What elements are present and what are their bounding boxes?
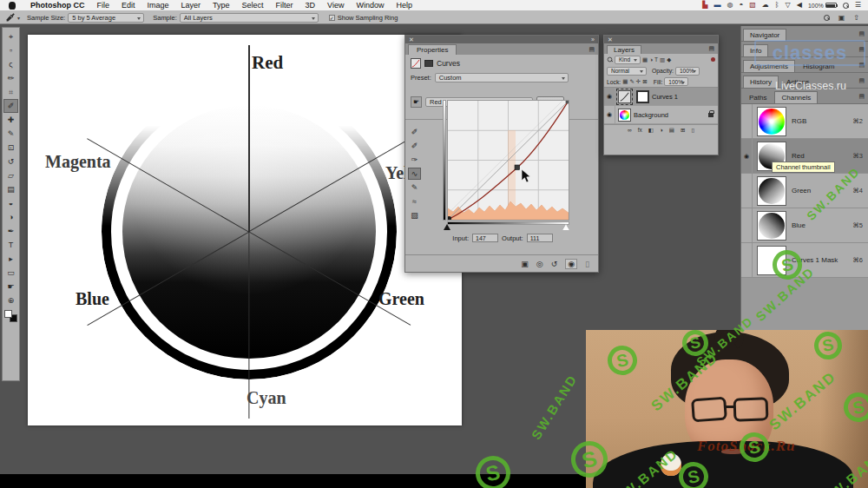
layer-visibility-eye-icon[interactable]: ◉	[604, 88, 615, 105]
lock-image-icon[interactable]: ✎	[629, 78, 634, 85]
blur-tool[interactable]: ◒	[3, 196, 18, 210]
new-layer-icon[interactable]: ⊞	[681, 127, 685, 134]
text-status-icon[interactable]: ▧	[749, 2, 756, 9]
black-point-slider[interactable]	[444, 224, 450, 230]
menu-item-help[interactable]: Help	[390, 1, 418, 10]
hand-tool[interactable]: ☛	[3, 280, 18, 293]
visibility-icon[interactable]: ◉	[565, 259, 577, 269]
battery-indicator[interactable]: 100%	[808, 3, 837, 9]
menu-item-edit[interactable]: Edit	[115, 1, 141, 10]
new-group-icon[interactable]: ▤	[669, 127, 674, 134]
delete-adjustment-icon[interactable]: ▯	[585, 260, 589, 268]
panel-menu-icon[interactable]: ▤	[589, 46, 595, 53]
quick-selection-tool[interactable]: ✏	[3, 71, 18, 85]
green-channel-thumbnail[interactable]	[757, 176, 786, 206]
filter-kind-select[interactable]: Kind	[615, 56, 641, 64]
view-previous-state-icon[interactable]: ◎	[536, 260, 543, 268]
path-selection-tool[interactable]: ▸	[3, 252, 18, 266]
layer-style-icon[interactable]: fx	[638, 127, 642, 133]
tab-adjustments[interactable]: Adjustments	[743, 60, 795, 72]
menu-item-3d[interactable]: 3D	[299, 1, 322, 10]
tab-history[interactable]: History	[743, 76, 779, 88]
reset-adjustment-icon[interactable]: ↺	[551, 260, 558, 268]
sample-select[interactable]: All Layers	[180, 13, 319, 23]
gray-point-eyedropper[interactable]: ✐	[408, 140, 421, 152]
menu-item-file[interactable]: File	[91, 1, 116, 10]
menu-list-status-icon[interactable]: ☰	[855, 2, 861, 9]
menu-item-filter[interactable]: Filter	[270, 1, 299, 10]
channel-row-blue[interactable]: Blue ⌘5	[741, 208, 868, 243]
menu-item-type[interactable]: Type	[207, 1, 236, 10]
close-icon[interactable]: ✕	[409, 36, 414, 43]
healing-brush-tool[interactable]: ✚	[3, 113, 18, 127]
brush-tool[interactable]: ✎	[3, 127, 18, 141]
history-brush-tool[interactable]: ↺	[3, 155, 18, 168]
link-layers-icon[interactable]: ∞	[628, 127, 632, 133]
search-icon[interactable]	[824, 15, 830, 21]
layer-row-background[interactable]: ◉ Background	[604, 106, 718, 124]
channel-row-rgb[interactable]: RGB ⌘2	[741, 104, 868, 139]
panel-menu-icon[interactable]: ▤	[858, 30, 865, 37]
filter-pixel-layers-icon[interactable]: ▦	[642, 56, 648, 63]
smooth-curve-button[interactable]: ≈	[408, 195, 421, 208]
tab-histogram[interactable]: Histogram	[797, 61, 840, 72]
channel-visibility-cell[interactable]	[741, 174, 753, 208]
volume-status-icon[interactable]: ◀	[797, 2, 802, 9]
white-point-slider[interactable]	[562, 224, 569, 230]
share-icon[interactable]: ⇧	[853, 14, 859, 22]
delete-layer-icon[interactable]: ▯	[691, 127, 694, 134]
shape-tool[interactable]: ▭	[3, 266, 18, 280]
curve-display-options[interactable]: ▨	[408, 209, 421, 221]
channel-row-green[interactable]: Green ⌘4	[741, 174, 868, 208]
tab-properties[interactable]: Properties	[408, 44, 457, 55]
filter-adjustment-layers-icon[interactable]: ◑	[649, 56, 653, 63]
black-point-eyedropper[interactable]: ✐	[408, 126, 421, 138]
wifi-status-icon[interactable]: ▽	[786, 2, 791, 9]
menu-item-select[interactable]: Select	[236, 1, 270, 10]
zoom-tool[interactable]: ⊕	[3, 293, 18, 307]
layer-visibility-eye-icon[interactable]: ◉	[604, 106, 615, 123]
preset-select[interactable]: Custom	[435, 73, 569, 82]
tab-layers[interactable]: Layers	[607, 45, 641, 54]
layer-row-curves[interactable]: ◉ Curves 1	[604, 88, 718, 106]
channel-visibility-cell[interactable]	[741, 243, 753, 277]
channel-row-curves-mask[interactable]: Curves 1 Mask ⌘6	[741, 243, 868, 278]
cloud-status-icon[interactable]: ☁	[762, 2, 769, 9]
panel-menu-icon[interactable]: ▤	[858, 93, 865, 100]
curves-mask-thumbnail[interactable]	[757, 246, 786, 275]
menu-item-view[interactable]: View	[321, 1, 350, 10]
eraser-tool[interactable]: ▱	[3, 168, 18, 182]
panel-menu-icon[interactable]: ▤	[858, 77, 865, 84]
blue-channel-thumbnail[interactable]	[757, 211, 786, 241]
filter-toggle-icon[interactable]	[711, 57, 715, 62]
type-tool[interactable]: T	[3, 238, 18, 252]
color-swatches[interactable]	[4, 310, 17, 322]
layer-mask-thumbnail[interactable]	[636, 90, 649, 103]
targeted-adjustment-tool[interactable]: ☛	[411, 96, 422, 108]
move-tool[interactable]: ⌖	[3, 30, 18, 43]
eyedropper-tool[interactable]: ✐	[3, 99, 18, 113]
sample-size-select[interactable]: 5 by 5 Average	[68, 13, 144, 23]
apple-logo-icon[interactable]	[9, 2, 16, 10]
tab-info[interactable]: Info	[743, 44, 768, 56]
lock-transparent-icon[interactable]: ▦	[622, 78, 628, 85]
menu-item-window[interactable]: Window	[350, 1, 390, 10]
tab-navigator[interactable]: Navigator	[743, 29, 786, 41]
app-status-icon[interactable]: ◍	[727, 2, 733, 9]
dodge-tool[interactable]: ◑	[3, 210, 18, 224]
lasso-tool[interactable]: ς	[3, 57, 18, 71]
menu-item-image[interactable]: Image	[141, 1, 175, 10]
gradient-tool[interactable]: ▤	[3, 182, 18, 196]
rgb-channel-thumbnail[interactable]	[757, 107, 786, 136]
curves-graph[interactable]	[447, 100, 569, 221]
show-sampling-ring-checkbox[interactable]: ✓	[329, 15, 335, 21]
opacity-select[interactable]: 100%	[675, 67, 700, 76]
display-status-icon[interactable]: ▬	[713, 2, 720, 9]
foreground-color-swatch[interactable]	[4, 310, 12, 318]
drive-status-icon[interactable]: ◓	[739, 2, 743, 9]
layer-name[interactable]: Curves 1	[652, 93, 678, 101]
filter-type-layers-icon[interactable]: T	[654, 56, 658, 63]
bluetooth-status-icon[interactable]: ᛒ	[775, 2, 779, 9]
menu-item-photoshop[interactable]: Photoshop CC	[24, 1, 91, 10]
blend-mode-select[interactable]: Normal	[607, 67, 647, 76]
